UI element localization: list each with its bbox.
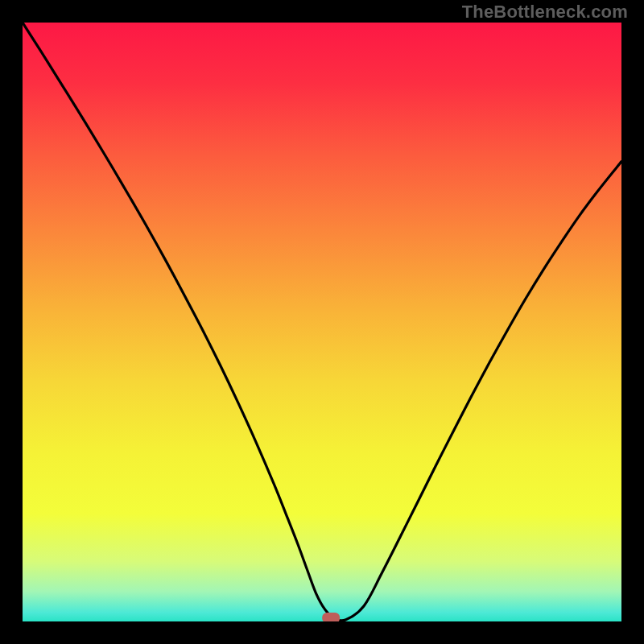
chart-frame: TheBottleneck.com <box>0 0 644 644</box>
chart-plot-area <box>23 23 621 621</box>
gradient-background <box>23 23 621 621</box>
attribution-label: TheBottleneck.com <box>462 2 628 23</box>
chart-svg <box>23 23 621 621</box>
marker-pill <box>322 613 340 621</box>
